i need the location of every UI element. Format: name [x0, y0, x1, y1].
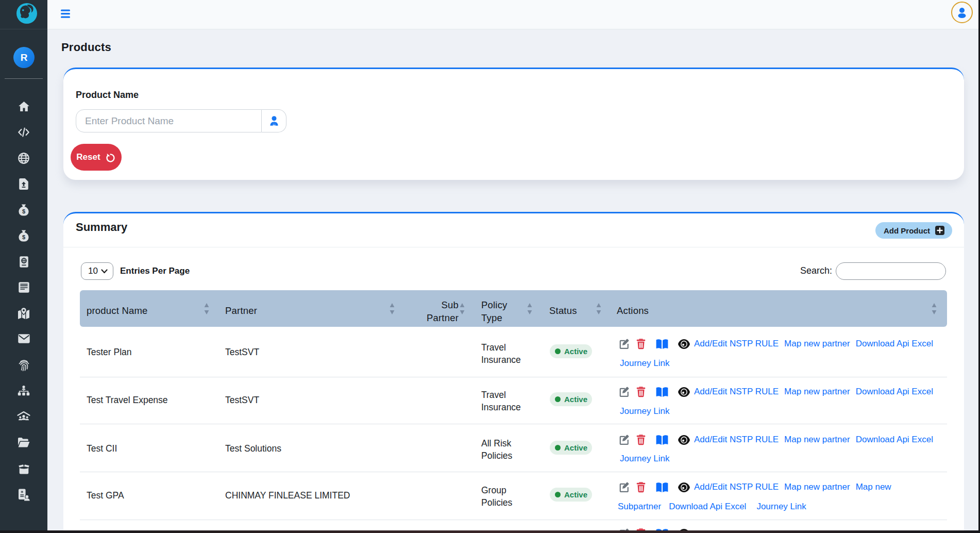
svg-text:$: $ [22, 208, 25, 214]
svg-text:$: $ [22, 234, 25, 240]
